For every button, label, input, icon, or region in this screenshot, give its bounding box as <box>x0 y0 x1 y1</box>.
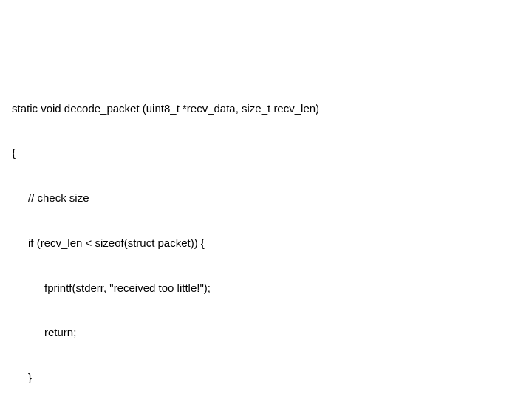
code-line: } <box>12 370 520 385</box>
code-line: { <box>12 146 520 160</box>
code-line: // check size <box>12 191 520 205</box>
code-line: return; <box>12 325 520 340</box>
code-line: if (recv_len < sizeof(struct packet)) { <box>12 236 520 250</box>
code-line: static void decode_packet (uint8_t *recv… <box>12 101 520 116</box>
code-snippet: static void decode_packet (uint8_t *recv… <box>12 71 520 399</box>
code-line: fprintf(stderr, "received too little!"); <box>12 281 520 296</box>
